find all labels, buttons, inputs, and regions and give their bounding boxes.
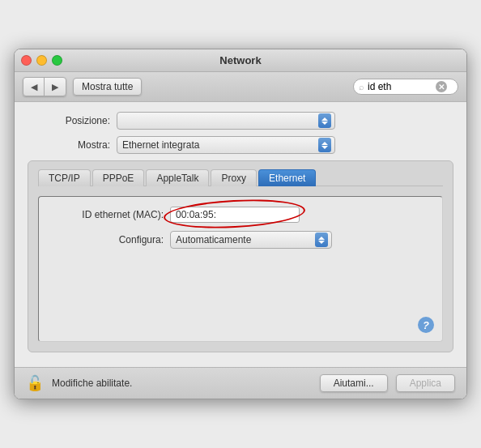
close-button[interactable]: [21, 55, 32, 66]
posizione-select[interactable]: [117, 112, 335, 130]
tabs-container: TCP/IP PPPoE AppleTalk Proxy Ethernet ID…: [28, 160, 453, 352]
nav-buttons: ◀ ▶: [23, 77, 66, 96]
search-box: ⌕ ✕: [353, 79, 458, 95]
tab-ethernet[interactable]: Ethernet: [258, 169, 316, 186]
configura-arrow: [315, 233, 328, 247]
mostra-tutte-button[interactable]: Mostra tutte: [73, 78, 142, 96]
configura-select[interactable]: Automaticamente: [170, 231, 332, 249]
toolbar: ◀ ▶ Mostra tutte ⌕ ✕: [15, 72, 466, 102]
mostra-select[interactable]: Ethernet integrata: [117, 136, 335, 154]
aiutami-button[interactable]: Aiutami...: [320, 374, 388, 392]
back-button[interactable]: ◀: [23, 78, 45, 96]
mostra-row: Mostra: Ethernet integrata: [28, 136, 453, 154]
minimize-button[interactable]: [36, 55, 47, 66]
configura-value: Automaticamente: [176, 234, 315, 245]
lock-icon[interactable]: 🔓: [26, 374, 44, 392]
maximize-button[interactable]: [52, 55, 62, 66]
mac-value-wrapper: 00:0a:95:: [170, 207, 300, 223]
tab-pppoe[interactable]: PPPoE: [92, 169, 145, 186]
tab-tcpip[interactable]: TCP/IP: [38, 169, 91, 186]
search-icon: ⌕: [359, 82, 364, 92]
content-area: Posizione: Mostra: Ethernet integrata: [15, 102, 466, 367]
tab-proxy[interactable]: Proxy: [211, 169, 257, 186]
posizione-label: Posizione:: [28, 115, 117, 126]
mostra-value: Ethernet integrata: [122, 139, 318, 151]
tabs-bar: TCP/IP PPPoE AppleTalk Proxy Ethernet: [38, 169, 443, 186]
mostra-label: Mostra:: [28, 139, 117, 151]
modifiche-text: Modifiche abilitate.: [52, 378, 312, 389]
configura-row: Configura: Automaticamente: [49, 231, 432, 249]
mostra-arrow: [318, 138, 331, 152]
forward-button[interactable]: ▶: [45, 78, 66, 96]
search-input[interactable]: [368, 81, 432, 92]
footer: 🔓 Modifiche abilitate. Aiutami... Applic…: [15, 367, 466, 399]
posizione-row: Posizione:: [28, 112, 453, 130]
mac-address-value: 00:0a:95:: [170, 207, 300, 223]
search-clear-button[interactable]: ✕: [436, 81, 447, 92]
tab-appletalk[interactable]: AppleTalk: [146, 169, 209, 186]
window-title: Network: [15, 54, 466, 66]
mac-address-row: ID ethernet (MAC): 00:0a:95:: [49, 207, 432, 223]
posizione-arrow: [318, 113, 331, 128]
mac-label: ID ethernet (MAC):: [49, 209, 170, 220]
network-window: Network ◀ ▶ Mostra tutte ⌕ ✕ Posizione:: [14, 49, 467, 399]
tab-content-ethernet: ID ethernet (MAC): 00:0a:95: Configura: …: [38, 196, 443, 342]
titlebar: Network: [15, 49, 466, 72]
traffic-lights: [21, 55, 62, 66]
applica-button[interactable]: Applica: [396, 374, 455, 392]
configura-label: Configura:: [49, 234, 170, 245]
help-icon[interactable]: ?: [418, 317, 434, 333]
